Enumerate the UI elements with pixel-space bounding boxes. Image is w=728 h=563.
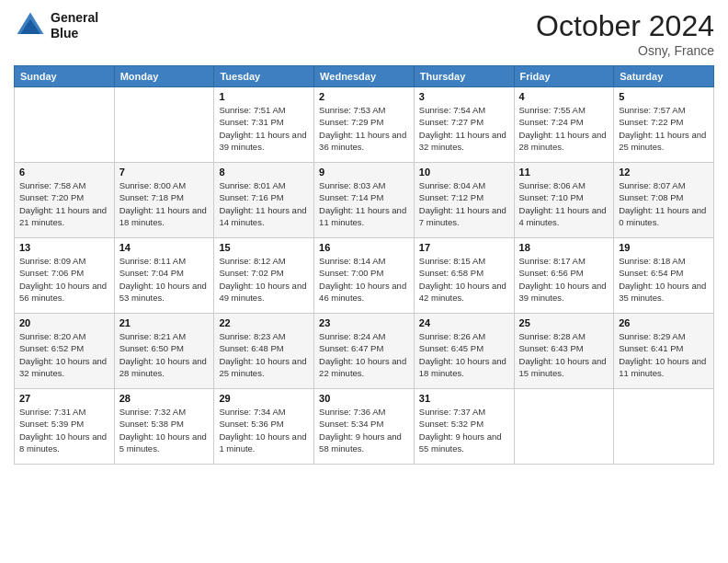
weekday-header-cell: Saturday xyxy=(614,66,714,87)
day-number: 17 xyxy=(419,242,509,253)
day-number: 14 xyxy=(119,242,210,253)
day-number: 9 xyxy=(319,167,409,178)
day-info: Sunrise: 8:18 AMSunset: 6:54 PMDaylight:… xyxy=(619,255,709,304)
day-number: 24 xyxy=(419,317,509,328)
calendar-cell: 8Sunrise: 8:01 AMSunset: 7:16 PMDaylight… xyxy=(214,163,314,238)
calendar-cell: 29Sunrise: 7:34 AMSunset: 5:36 PMDayligh… xyxy=(214,389,314,465)
calendar-cell: 22Sunrise: 8:23 AMSunset: 6:48 PMDayligh… xyxy=(214,314,314,389)
day-info: Sunrise: 7:31 AMSunset: 5:39 PMDaylight:… xyxy=(19,406,109,454)
calendar-cell: 2Sunrise: 7:53 AMSunset: 7:29 PMDaylight… xyxy=(314,87,415,163)
weekday-header-cell: Monday xyxy=(114,66,214,87)
calendar-cell: 30Sunrise: 7:36 AMSunset: 5:34 PMDayligh… xyxy=(314,389,415,465)
calendar-cell: 7Sunrise: 8:00 AMSunset: 7:18 PMDaylight… xyxy=(114,163,214,238)
day-info: Sunrise: 8:29 AMSunset: 6:41 PMDaylight:… xyxy=(619,330,709,379)
day-info: Sunrise: 8:21 AMSunset: 6:50 PMDaylight:… xyxy=(119,330,210,379)
day-number: 13 xyxy=(19,242,109,253)
day-info: Sunrise: 8:01 AMSunset: 7:16 PMDaylight:… xyxy=(219,179,309,228)
day-number: 15 xyxy=(219,242,309,253)
logo-text: General Blue xyxy=(51,10,98,41)
day-info: Sunrise: 8:20 AMSunset: 6:52 PMDaylight:… xyxy=(19,330,109,379)
day-number: 21 xyxy=(119,317,210,328)
day-info: Sunrise: 8:23 AMSunset: 6:48 PMDaylight:… xyxy=(219,330,309,379)
calendar-cell: 5Sunrise: 7:57 AMSunset: 7:22 PMDaylight… xyxy=(614,87,714,163)
day-number: 18 xyxy=(519,242,609,253)
day-number: 28 xyxy=(119,393,210,404)
header: General Blue October 2024 Osny, France xyxy=(14,9,714,58)
logo-icon xyxy=(14,9,47,42)
day-number: 4 xyxy=(519,91,609,102)
day-info: Sunrise: 8:03 AMSunset: 7:14 PMDaylight:… xyxy=(319,179,409,228)
day-number: 31 xyxy=(419,393,509,404)
day-number: 10 xyxy=(419,167,509,178)
day-number: 16 xyxy=(319,242,409,253)
calendar-cell: 9Sunrise: 8:03 AMSunset: 7:14 PMDaylight… xyxy=(314,163,415,238)
day-number: 27 xyxy=(19,393,109,404)
day-number: 22 xyxy=(219,317,309,328)
calendar-cell xyxy=(114,87,214,163)
calendar-cell: 24Sunrise: 8:26 AMSunset: 6:45 PMDayligh… xyxy=(414,314,514,389)
day-number: 8 xyxy=(219,167,309,178)
day-info: Sunrise: 8:24 AMSunset: 6:47 PMDaylight:… xyxy=(319,330,409,379)
calendar-cell: 20Sunrise: 8:20 AMSunset: 6:52 PMDayligh… xyxy=(15,314,115,389)
calendar-week-row: 6Sunrise: 7:58 AMSunset: 7:20 PMDaylight… xyxy=(15,163,714,238)
day-info: Sunrise: 8:00 AMSunset: 7:18 PMDaylight:… xyxy=(119,179,210,228)
calendar-cell xyxy=(15,87,115,163)
calendar-cell: 10Sunrise: 8:04 AMSunset: 7:12 PMDayligh… xyxy=(414,163,514,238)
day-number: 11 xyxy=(519,167,609,178)
calendar-cell: 3Sunrise: 7:54 AMSunset: 7:27 PMDaylight… xyxy=(414,87,514,163)
day-number: 25 xyxy=(519,317,609,328)
calendar-cell: 21Sunrise: 8:21 AMSunset: 6:50 PMDayligh… xyxy=(114,314,214,389)
day-info: Sunrise: 8:12 AMSunset: 7:02 PMDaylight:… xyxy=(219,255,309,304)
day-info: Sunrise: 8:28 AMSunset: 6:43 PMDaylight:… xyxy=(519,330,609,379)
day-info: Sunrise: 8:14 AMSunset: 7:00 PMDaylight:… xyxy=(319,255,409,304)
day-info: Sunrise: 8:26 AMSunset: 6:45 PMDaylight:… xyxy=(419,330,509,379)
calendar-cell: 28Sunrise: 7:32 AMSunset: 5:38 PMDayligh… xyxy=(114,389,214,465)
day-info: Sunrise: 8:09 AMSunset: 7:06 PMDaylight:… xyxy=(19,255,109,304)
calendar-cell: 16Sunrise: 8:14 AMSunset: 7:00 PMDayligh… xyxy=(314,238,415,314)
day-info: Sunrise: 7:58 AMSunset: 7:20 PMDaylight:… xyxy=(19,179,109,228)
calendar-cell: 26Sunrise: 8:29 AMSunset: 6:41 PMDayligh… xyxy=(614,314,714,389)
day-number: 19 xyxy=(619,242,709,253)
calendar-cell: 13Sunrise: 8:09 AMSunset: 7:06 PMDayligh… xyxy=(15,238,115,314)
calendar-week-row: 13Sunrise: 8:09 AMSunset: 7:06 PMDayligh… xyxy=(15,238,714,314)
day-info: Sunrise: 8:17 AMSunset: 6:56 PMDaylight:… xyxy=(519,255,609,304)
day-number: 7 xyxy=(119,167,210,178)
calendar-cell: 23Sunrise: 8:24 AMSunset: 6:47 PMDayligh… xyxy=(314,314,415,389)
day-info: Sunrise: 7:34 AMSunset: 5:36 PMDaylight:… xyxy=(219,406,309,454)
day-info: Sunrise: 7:37 AMSunset: 5:32 PMDaylight:… xyxy=(419,406,509,454)
day-info: Sunrise: 7:51 AMSunset: 7:31 PMDaylight:… xyxy=(219,104,309,153)
page: General Blue October 2024 Osny, France S… xyxy=(0,0,728,563)
day-info: Sunrise: 7:53 AMSunset: 7:29 PMDaylight:… xyxy=(319,104,409,153)
calendar-cell: 31Sunrise: 7:37 AMSunset: 5:32 PMDayligh… xyxy=(414,389,514,465)
location: Osny, France xyxy=(536,43,714,58)
day-info: Sunrise: 7:32 AMSunset: 5:38 PMDaylight:… xyxy=(119,406,210,454)
day-number: 29 xyxy=(219,393,309,404)
day-number: 30 xyxy=(319,393,409,404)
day-info: Sunrise: 8:15 AMSunset: 6:58 PMDaylight:… xyxy=(419,255,509,304)
day-number: 5 xyxy=(619,91,709,102)
calendar-cell: 6Sunrise: 7:58 AMSunset: 7:20 PMDaylight… xyxy=(15,163,115,238)
day-number: 26 xyxy=(619,317,709,328)
title-block: October 2024 Osny, France xyxy=(536,9,714,58)
calendar-week-row: 1Sunrise: 7:51 AMSunset: 7:31 PMDaylight… xyxy=(15,87,714,163)
weekday-header: SundayMondayTuesdayWednesdayThursdayFrid… xyxy=(15,66,714,87)
calendar-cell: 25Sunrise: 8:28 AMSunset: 6:43 PMDayligh… xyxy=(514,314,614,389)
month-title: October 2024 xyxy=(536,9,714,43)
calendar-cell: 15Sunrise: 8:12 AMSunset: 7:02 PMDayligh… xyxy=(214,238,314,314)
day-info: Sunrise: 7:55 AMSunset: 7:24 PMDaylight:… xyxy=(519,104,609,153)
calendar-cell: 17Sunrise: 8:15 AMSunset: 6:58 PMDayligh… xyxy=(414,238,514,314)
calendar: SundayMondayTuesdayWednesdayThursdayFrid… xyxy=(14,65,714,465)
day-number: 2 xyxy=(319,91,409,102)
calendar-week-row: 27Sunrise: 7:31 AMSunset: 5:39 PMDayligh… xyxy=(15,389,714,465)
calendar-cell xyxy=(614,389,714,465)
day-number: 23 xyxy=(319,317,409,328)
calendar-cell: 12Sunrise: 8:07 AMSunset: 7:08 PMDayligh… xyxy=(614,163,714,238)
calendar-cell: 19Sunrise: 8:18 AMSunset: 6:54 PMDayligh… xyxy=(614,238,714,314)
weekday-header-cell: Friday xyxy=(514,66,614,87)
day-info: Sunrise: 8:04 AMSunset: 7:12 PMDaylight:… xyxy=(419,179,509,228)
calendar-cell: 11Sunrise: 8:06 AMSunset: 7:10 PMDayligh… xyxy=(514,163,614,238)
weekday-header-cell: Sunday xyxy=(15,66,115,87)
weekday-header-cell: Tuesday xyxy=(214,66,314,87)
calendar-cell: 14Sunrise: 8:11 AMSunset: 7:04 PMDayligh… xyxy=(114,238,214,314)
weekday-header-cell: Thursday xyxy=(414,66,514,87)
